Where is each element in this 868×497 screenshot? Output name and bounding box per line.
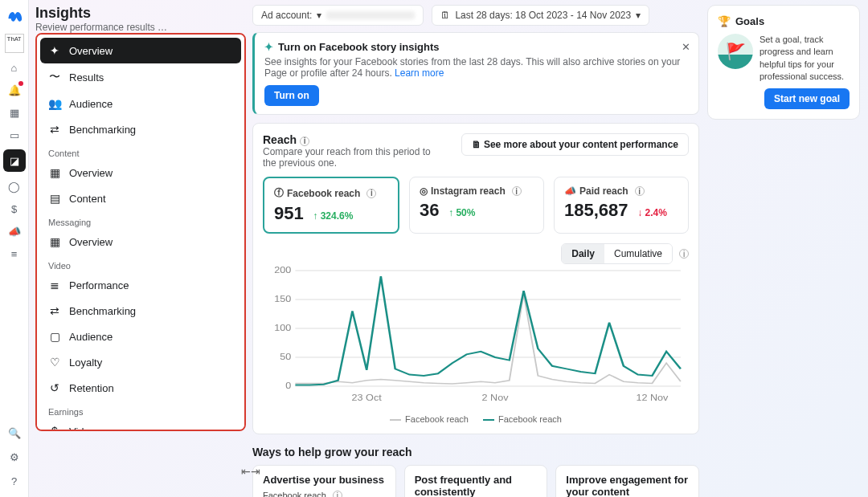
doc-icon: 🗎 — [472, 139, 484, 150]
nav-icon: ▦ — [48, 235, 61, 248]
info-icon[interactable]: i — [679, 249, 689, 259]
start-new-goal-button[interactable]: Start new goal — [764, 88, 850, 109]
turn-on-button[interactable]: Turn on — [264, 85, 319, 106]
grid-icon[interactable]: ▦ — [6, 104, 23, 120]
nav-icon: 👥 — [48, 97, 61, 110]
nav-icon: $ — [48, 425, 61, 431]
ad-account-selector[interactable]: Ad account: ▾ — [252, 5, 424, 26]
notifications-icon[interactable]: 🔔 — [6, 82, 23, 98]
nav-item-overview[interactable]: ✦Overview — [40, 38, 241, 63]
nav-item-results[interactable]: 〜Results — [40, 63, 241, 91]
info-icon[interactable]: i — [333, 491, 342, 497]
nav-icon: ⇄ — [48, 304, 61, 317]
info-icon[interactable]: i — [512, 186, 522, 196]
stat-instagram-reach[interactable]: ◎ Instagram reach i 36 ↑ 50% — [409, 177, 544, 234]
svg-text:200: 200 — [274, 266, 291, 275]
ig-icon: ◎ — [420, 185, 428, 197]
nav-icon: ▤ — [48, 192, 61, 205]
calendar-icon: 🗓 — [440, 10, 450, 21]
nav-item-overview[interactable]: ▦Overview — [40, 160, 241, 185]
nav-icon: ≣ — [48, 279, 61, 291]
chart-mode-toggle[interactable]: Daily Cumulative — [561, 243, 673, 264]
calendar-icon[interactable]: ▭ — [6, 127, 23, 143]
nav-item-videos[interactable]: $Videos — [40, 418, 241, 431]
nav-item-performance[interactable]: ≣Performance — [40, 272, 241, 298]
nav-section-messaging: Messaging — [40, 211, 241, 229]
ad-account-label: Ad account: — [261, 10, 312, 21]
horn-icon: 📣 — [564, 185, 576, 197]
nav-icon: ♡ — [48, 356, 61, 369]
home-icon[interactable]: ⌂ — [6, 59, 23, 75]
meta-logo-icon[interactable] — [3, 5, 26, 27]
nav-section-video: Video — [40, 255, 241, 272]
stat-facebook-reach[interactable]: ⓕ Facebook reach i 951 ↑ 324.6% — [263, 177, 399, 234]
svg-text:2 Nov: 2 Nov — [482, 393, 509, 402]
inbox-icon[interactable]: ◯ — [6, 178, 23, 194]
info-icon[interactable]: i — [300, 136, 309, 146]
banner-body: See insights for your Facebook stories f… — [264, 56, 680, 79]
date-range-selector[interactable]: 🗓 Last 28 days: 18 Oct 2023 - 14 Nov 202… — [432, 5, 649, 26]
learn-more-link[interactable]: Learn more — [395, 67, 444, 79]
svg-text:50: 50 — [280, 352, 291, 361]
stat-paid-reach[interactable]: 📣 Paid reach i 185,687 ↓ 2.4% — [554, 177, 689, 234]
info-icon[interactable]: i — [366, 189, 376, 198]
nav-item-overview[interactable]: ▦Overview — [40, 229, 241, 255]
insights-nav: ✦Overview〜Results👥Audience⇄BenchmarkingC… — [35, 33, 246, 431]
grow-title: Ways to help grow your reach — [252, 446, 699, 458]
nav-icon: ↺ — [48, 381, 61, 394]
svg-text:12 Nov: 12 Nov — [636, 393, 668, 402]
nav-icon: ⇄ — [48, 123, 61, 136]
collapse-sidebar-icon[interactable]: ⇤⇥ — [241, 465, 260, 478]
svg-text:150: 150 — [274, 295, 291, 303]
grow-card-0[interactable]: Advertise your businessFacebook reach i … — [252, 465, 396, 497]
settings-icon[interactable]: ⚙ — [6, 449, 23, 465]
trophy-icon: 🏆 — [718, 15, 731, 27]
nav-section-content: Content — [40, 142, 241, 160]
legend-prev: Facebook reach — [390, 414, 469, 424]
reach-title: Reach — [263, 133, 297, 146]
menu-icon[interactable]: ≡ — [6, 246, 23, 262]
story-insights-banner: ✕ ✦ Turn on Facebook story insights See … — [252, 32, 699, 115]
nav-item-benchmarking[interactable]: ⇄Benchmarking — [40, 298, 241, 324]
see-more-button[interactable]: 🗎 See more about your content performanc… — [461, 133, 689, 156]
page-subtitle: Review performance results … — [35, 22, 246, 33]
nav-icon: ▦ — [48, 166, 61, 179]
ads-icon[interactable]: 📣 — [6, 223, 23, 239]
toggle-daily[interactable]: Daily — [562, 244, 604, 263]
nav-icon: 〜 — [48, 70, 61, 84]
left-rail: ThAT ⌂ 🔔 ▦ ▭ ◪ ◯ $ 📣 ≡ 🔍 ⚙ ? — [0, 0, 29, 497]
help-icon[interactable]: ? — [6, 473, 23, 489]
page-header: Insights Review performance results … — [35, 5, 246, 33]
grow-card-1[interactable]: Post frequently and consistentlyⓕ Publis… — [404, 465, 548, 497]
close-icon[interactable]: ✕ — [682, 41, 690, 53]
flag-icon: 🚩 — [718, 34, 753, 69]
goals-heading: Goals — [735, 15, 764, 27]
nav-icon: ✦ — [48, 44, 61, 57]
chart-legend: Facebook reach Facebook reach — [263, 414, 689, 424]
nav-icon: ▢ — [48, 330, 61, 343]
toggle-cumulative[interactable]: Cumulative — [604, 244, 672, 263]
nav-item-retention[interactable]: ↺Retention — [40, 375, 241, 401]
nav-section-earnings: Earnings — [40, 401, 241, 418]
nav-item-loyalty[interactable]: ♡Loyalty — [40, 349, 241, 375]
date-range-label: Last 28 days: 18 Oct 2023 - 14 Nov 2023 — [455, 10, 631, 21]
reach-line-chart: 05010015020023 Oct2 Nov12 Nov — [263, 264, 689, 409]
search-icon[interactable]: 🔍 — [6, 425, 23, 441]
grow-card-2[interactable]: Improve engagement for your contentⓕ Med… — [555, 465, 699, 497]
nav-item-audience[interactable]: ▢Audience — [40, 324, 241, 349]
lightbulb-icon: ✦ — [264, 41, 273, 53]
svg-text:0: 0 — [285, 381, 291, 390]
nav-item-audience[interactable]: 👥Audience — [40, 91, 241, 116]
svg-text:100: 100 — [274, 324, 291, 332]
fb-icon: ⓕ — [274, 186, 284, 200]
info-icon[interactable]: i — [635, 186, 645, 196]
grow-reach-section: Ways to help grow your reach Advertise y… — [252, 446, 699, 497]
insights-icon[interactable]: ◪ — [3, 149, 26, 172]
legend-curr: Facebook reach — [483, 414, 562, 424]
nav-item-content[interactable]: ▤Content — [40, 185, 241, 211]
reach-card: Reachi Compare your reach from this peri… — [252, 123, 699, 434]
monetize-icon[interactable]: $ — [6, 201, 23, 217]
reach-subtitle: Compare your reach from this period to t… — [263, 146, 440, 169]
page-thumbnail[interactable]: ThAT — [5, 34, 24, 53]
nav-item-benchmarking[interactable]: ⇄Benchmarking — [40, 116, 241, 142]
